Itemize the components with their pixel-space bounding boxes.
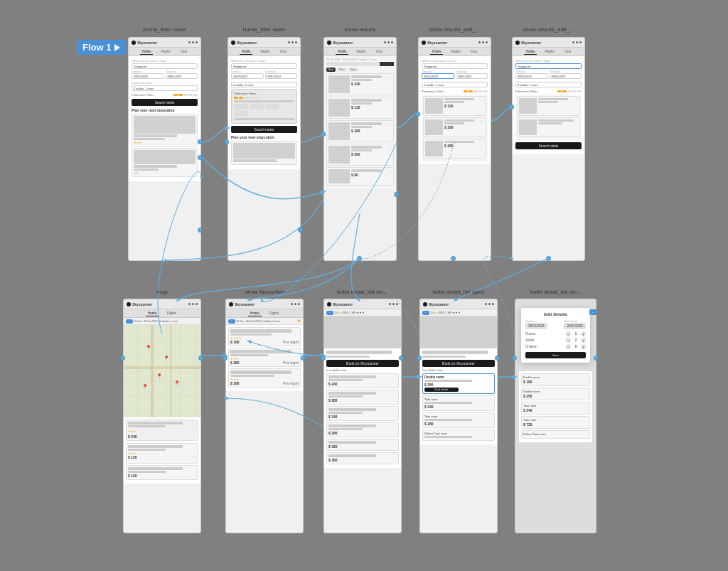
screen-label-6: map bbox=[123, 289, 201, 295]
screen-label-5: show results_edit_... bbox=[512, 26, 585, 33]
map-area: 📍 📍 📍 📍 📍 bbox=[124, 325, 200, 417]
connector-dot bbox=[509, 105, 514, 110]
edit-details-panel: Edit Details Check-in 28/01/2022 Check-o… bbox=[521, 308, 590, 363]
book-btn-1[interactable]: Book on Skyscanner bbox=[326, 360, 399, 367]
svg-text:📍: 📍 bbox=[173, 380, 181, 387]
screen-show-results: Skyscanner Hotels Flights Cars 28 Jan 20… bbox=[323, 37, 397, 261]
back-btn-fav[interactable]: ← bbox=[228, 319, 235, 324]
guests-input[interactable]: 2 adults, 1 room bbox=[132, 85, 198, 91]
checkin-input[interactable]: 28/01/2022 bbox=[132, 73, 164, 79]
screen-map: Skyscanner Hotels Flights ← 28 Jan - 28 … bbox=[123, 299, 201, 533]
save-btn[interactable]: Save bbox=[525, 352, 586, 358]
screen-label-10: hotel detail_list clo... bbox=[515, 289, 596, 295]
book-btn-2[interactable]: Book on Skyscanner bbox=[422, 360, 495, 367]
connector-dot bbox=[321, 356, 326, 361]
screen-label-9: hotel detail_list open bbox=[419, 289, 498, 295]
nav-hotels: Hotels bbox=[140, 49, 154, 55]
connector-dot bbox=[198, 139, 203, 144]
hotel-card-2: 1/0 bbox=[132, 148, 198, 177]
connector-dot bbox=[546, 256, 551, 261]
screen-results-edit-1: Skyscanner Hotels Flights Cars Where do … bbox=[418, 37, 491, 261]
connector-dot bbox=[495, 356, 500, 361]
screen-home-filter-open: Skyscanner Hotels Flights Cars Where do … bbox=[228, 37, 301, 261]
search-btn-5[interactable]: Search hotels bbox=[515, 142, 582, 149]
nav-cars: Cars bbox=[178, 49, 190, 54]
back-btn-10[interactable]: ← bbox=[589, 309, 597, 315]
connector-dot bbox=[223, 356, 228, 361]
adults-plus[interactable]: + bbox=[581, 338, 586, 343]
svg-rect-13 bbox=[170, 325, 172, 417]
selected-hotel-card[interactable]: ★★★ ♡ $ 240 bbox=[126, 420, 198, 441]
screen-hotel-detail-open: Skyscanner ← 3.4 ⭐ 0000 (1.1M) ★★★ ♡ Boo… bbox=[419, 299, 498, 533]
screen-label-7: show favourites bbox=[225, 289, 304, 295]
flow-label[interactable]: Flow 1 bbox=[77, 40, 126, 55]
promo-text: Plan your next staycation bbox=[132, 108, 198, 112]
connector-dot bbox=[512, 356, 517, 361]
screen-home-filter-close: Skyscanner Hotels Flights Cars Where do … bbox=[128, 37, 201, 261]
dest-label: Where do you want to stay? bbox=[132, 59, 198, 63]
screen-label-1: home_filter close bbox=[128, 26, 201, 33]
svg-text:📍: 📍 bbox=[141, 383, 149, 390]
phone-nav: Hotels Flights Cars bbox=[129, 48, 200, 56]
play-icon bbox=[114, 44, 120, 51]
nav-flights: Flights bbox=[159, 49, 172, 54]
connector-dot bbox=[224, 139, 229, 144]
rooms-minus[interactable]: − bbox=[566, 331, 571, 336]
screen-results-edit-2: Skyscanner Hotels Flights Cars Where do … bbox=[512, 37, 585, 261]
phone-header: Skyscanner bbox=[129, 38, 200, 48]
connector-dot bbox=[198, 356, 203, 361]
rooms-plus[interactable]: + bbox=[581, 331, 586, 336]
connector-dot bbox=[301, 356, 306, 361]
screen-hotel-detail-1: Skyscanner ← 3.4 ⭐ 0000 (1.1M) ★★★ ♡ Boo… bbox=[323, 299, 402, 533]
book-room-btn[interactable]: Book details bbox=[424, 388, 459, 392]
connector-dot bbox=[198, 155, 203, 160]
back-btn[interactable]: ← bbox=[126, 319, 133, 324]
screen-label-3: show results bbox=[323, 26, 397, 33]
screen-favourites: Skyscanner Hotels Flights ← 26 Jan - 26 … bbox=[225, 299, 304, 533]
phone-content: Where do you want to stay? Singapore Che… bbox=[129, 56, 200, 181]
hotel-card: ★★★ bbox=[132, 114, 198, 146]
connector-dot bbox=[198, 228, 203, 233]
children-minus[interactable]: − bbox=[566, 344, 571, 349]
connector-dot bbox=[399, 356, 404, 361]
connector-dot bbox=[415, 112, 420, 117]
checkout-input[interactable]: 28/01/2022 bbox=[166, 73, 198, 79]
connector-dot bbox=[321, 132, 326, 137]
dest-input[interactable]: Singapore bbox=[132, 63, 198, 69]
svg-text:📍: 📍 bbox=[145, 344, 152, 351]
screen-label-4: show results_edit_... bbox=[418, 26, 491, 33]
connector-dot bbox=[451, 256, 456, 261]
svg-rect-11 bbox=[151, 325, 154, 417]
screen-hotel-detail-2: Edit Details Check-in 28/01/2022 Check-o… bbox=[515, 299, 596, 533]
search-btn-1[interactable]: Search hotels bbox=[132, 99, 198, 106]
connector-dot bbox=[357, 256, 362, 261]
search-btn-2[interactable]: Search hotels bbox=[231, 126, 297, 133]
children-plus[interactable]: + bbox=[581, 344, 586, 349]
svg-text:📍: 📍 bbox=[156, 373, 163, 380]
flow-text: Flow 1 bbox=[82, 42, 111, 53]
adults-minus[interactable]: − bbox=[566, 338, 571, 343]
connector-dot bbox=[120, 356, 125, 361]
connector-dot bbox=[594, 356, 599, 361]
connector-dot bbox=[394, 192, 399, 197]
screen-label-2: home_filter open bbox=[228, 26, 301, 33]
connector-dot bbox=[417, 356, 422, 361]
screen-label-8: hotel detail_list clo... bbox=[323, 289, 402, 295]
svg-text:📍: 📍 bbox=[163, 355, 170, 362]
connector-dot bbox=[298, 228, 303, 233]
svg-rect-12 bbox=[124, 366, 200, 369]
brand: Skyscanner bbox=[132, 41, 157, 45]
phone-header-2: Skyscanner bbox=[228, 38, 300, 48]
